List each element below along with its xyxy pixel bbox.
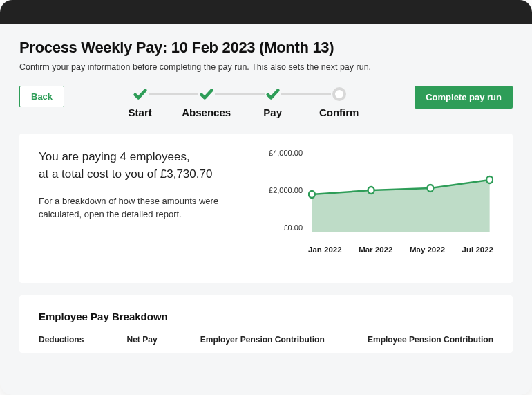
check-icon — [265, 86, 281, 102]
window-titlebar — [0, 0, 532, 24]
page-subtitle: Confirm your pay information before comp… — [19, 62, 513, 72]
column-header: Employer Pension Contribution — [200, 335, 325, 346]
back-button[interactable]: Back — [19, 86, 64, 107]
step-label: Absences — [182, 107, 231, 118]
breakdown-card: Employee Pay Breakdown Deductions Net Pa… — [19, 295, 513, 353]
pending-icon — [331, 86, 348, 102]
step-confirm: Confirm — [306, 86, 372, 118]
summary-line-2: at a total cost to you of £3,730.70 — [39, 166, 246, 183]
summary-detail: For a breakdown of how these amounts wer… — [39, 195, 246, 221]
complete-pay-run-button[interactable]: Complete pay run — [415, 86, 513, 109]
svg-point-1 — [368, 187, 374, 194]
step-label: Pay — [263, 107, 282, 118]
svg-point-2 — [427, 185, 433, 192]
step-pay: Pay — [240, 86, 306, 118]
step-absences: Absences — [173, 86, 240, 118]
step-label: Confirm — [319, 107, 359, 118]
column-header: Net Pay — [127, 335, 158, 346]
progress-stepper: Start Absences Pay — [107, 86, 372, 118]
column-header: Employee Pension Contribution — [368, 335, 493, 346]
x-tick: Mar 2022 — [359, 246, 392, 254]
y-tick: £2,000.00 — [263, 186, 303, 194]
check-icon — [132, 86, 149, 102]
svg-point-0 — [309, 191, 315, 198]
page-title: Process Weekly Pay: 10 Feb 2023 (Month 1… — [19, 39, 513, 57]
summary-card: You are paying 4 employees, at a total c… — [19, 134, 513, 283]
y-tick: £0.00 — [263, 223, 303, 232]
check-icon — [198, 86, 215, 102]
x-tick: May 2022 — [410, 246, 445, 254]
step-label: Start — [129, 107, 152, 118]
x-tick: Jul 2022 — [462, 246, 493, 254]
x-tick: Jan 2022 — [308, 246, 342, 254]
y-tick: £4,000.00 — [263, 149, 303, 157]
svg-point-3 — [486, 176, 493, 183]
step-start: Start — [107, 86, 173, 118]
cost-trend-chart: £4,000.00 £2,000.00 £0.00 Jan 2022 Mar 2… — [263, 149, 493, 266]
summary-line-1: You are paying 4 employees, — [39, 149, 246, 166]
breakdown-title: Employee Pay Breakdown — [39, 311, 493, 322]
column-header: Deductions — [39, 335, 84, 346]
